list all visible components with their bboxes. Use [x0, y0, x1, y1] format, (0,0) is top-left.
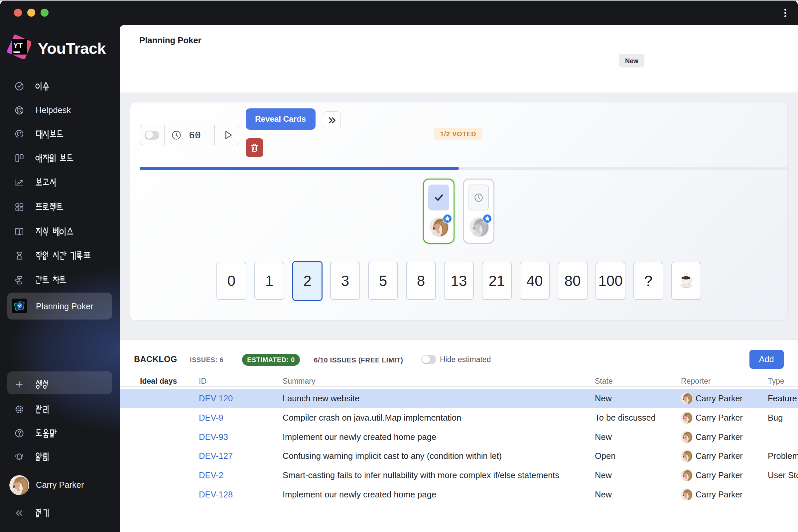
svg-text:YT: YT — [13, 41, 23, 50]
